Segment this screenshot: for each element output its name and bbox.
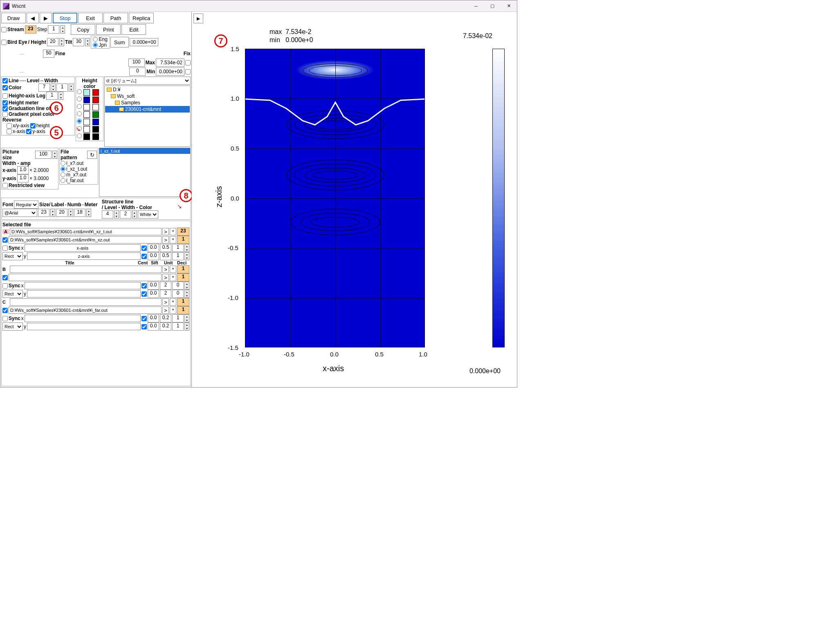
b2-star[interactable]: *: [170, 274, 176, 281]
file-a2-path[interactable]: [9, 236, 162, 243]
folder-tree[interactable]: D:¥ Ws_soft Samples 230601-cnt&mnt: [104, 86, 191, 147]
hlog-spin[interactable]: ▲▼: [58, 92, 63, 100]
a-y-unit[interactable]: 0.5: [160, 252, 171, 260]
rev-x-check[interactable]: x-axis: [7, 129, 25, 134]
sync-a-check[interactable]: Sync: [2, 245, 20, 251]
color-check[interactable]: Color: [2, 85, 21, 90]
c-y-cent[interactable]: [141, 324, 147, 329]
next-button[interactable]: ▶: [40, 13, 52, 23]
c-y-unit[interactable]: 0.2: [160, 322, 171, 331]
numb-size[interactable]: 20: [56, 209, 67, 217]
pat3-radio[interactable]: m_x?.out: [61, 172, 97, 178]
picsize-value[interactable]: 100: [35, 151, 52, 159]
edit-button[interactable]: Edit: [121, 24, 146, 35]
b-x-deci[interactable]: 0: [172, 282, 184, 290]
yamp-val[interactable]: 1.0: [17, 174, 29, 183]
minimize-button[interactable]: ─: [468, 0, 484, 12]
c-x-unit[interactable]: 0.2: [160, 314, 171, 322]
slv-spin[interactable]: ▲▼: [114, 210, 119, 219]
a-x-title[interactable]: [25, 244, 141, 252]
a-x-sift[interactable]: 0.0: [148, 244, 159, 252]
hlog-check[interactable]: Height-axis Log: [2, 93, 45, 99]
c-x-title[interactable]: [25, 315, 141, 322]
hlog-val[interactable]: 1: [46, 92, 58, 100]
rect-b-select[interactable]: Rect: [2, 290, 23, 298]
font-family-select[interactable]: @Arial: [2, 209, 37, 217]
sync-b-check[interactable]: Sync: [2, 283, 20, 289]
replica-button[interactable]: Replica: [129, 13, 154, 23]
rev-height-check[interactable]: height: [30, 123, 50, 129]
height-spinner[interactable]: ▲▼: [59, 38, 64, 46]
line-check[interactable]: Line: [2, 78, 19, 83]
rect-c-select[interactable]: Rect: [2, 322, 23, 331]
step-value[interactable]: 1: [48, 25, 59, 34]
exit-button[interactable]: Exit: [78, 13, 103, 23]
b2-gt[interactable]: >: [162, 274, 169, 281]
refresh-button[interactable]: ↻: [87, 151, 97, 159]
eng-radio[interactable]: Eng: [93, 36, 107, 42]
b-x-cent[interactable]: [141, 283, 147, 289]
b-y-title[interactable]: [27, 290, 141, 298]
label-size[interactable]: 23: [38, 209, 49, 217]
a-y-spin[interactable]: ▲▼: [184, 252, 189, 260]
sum-button[interactable]: Sum: [110, 37, 129, 47]
meter-spin[interactable]: ▲▼: [86, 209, 91, 217]
label-spin[interactable]: ▲▼: [50, 209, 55, 217]
a-y-title[interactable]: [27, 253, 141, 260]
b2-check[interactable]: [2, 275, 8, 280]
b-x-title[interactable]: [25, 282, 141, 289]
b-x-unit[interactable]: 2: [160, 282, 171, 290]
prev-button[interactable]: ◀: [27, 13, 39, 23]
c2-star[interactable]: *: [170, 307, 176, 314]
c-star[interactable]: *: [170, 298, 176, 306]
path-button[interactable]: Path: [103, 13, 128, 23]
c-gt[interactable]: >: [162, 298, 169, 306]
b-gt[interactable]: >: [162, 266, 169, 273]
color-width[interactable]: 1: [56, 83, 68, 92]
draw-button[interactable]: Draw: [1, 13, 26, 23]
min-fix-check[interactable]: [185, 69, 191, 74]
c-y-deci[interactable]: 1: [172, 322, 184, 331]
a-x-unit[interactable]: 0.5: [160, 244, 171, 252]
gradpix-check[interactable]: Gradient pixel color: [2, 111, 55, 117]
a-y-sift[interactable]: 0.0: [148, 252, 159, 260]
a-y-deci[interactable]: 1: [172, 252, 184, 260]
c2-check[interactable]: [2, 308, 8, 313]
max-fix-check[interactable]: [185, 60, 191, 65]
zero-value[interactable]: 0: [129, 68, 146, 76]
xy-check[interactable]: x/y-axis: [7, 123, 29, 129]
rect-a-select[interactable]: Rect: [2, 252, 23, 260]
fine-value[interactable]: 50: [43, 50, 54, 58]
a2-star[interactable]: *: [170, 236, 176, 243]
copy-button[interactable]: Copy: [71, 24, 95, 35]
color-level-spin[interactable]: ▲▼: [51, 83, 56, 92]
c-x-sift[interactable]: 0.0: [148, 314, 159, 322]
font-weight-select[interactable]: Regular: [14, 201, 38, 209]
a-star[interactable]: *: [170, 228, 176, 235]
color-grid[interactable]: [77, 89, 102, 140]
a-x-cent[interactable]: [141, 246, 147, 251]
stream-value[interactable]: 23: [25, 25, 36, 34]
b-x-spin[interactable]: ▲▼: [184, 282, 189, 290]
struct-color-select[interactable]: White: [138, 210, 158, 219]
c-x-deci[interactable]: 1: [172, 314, 184, 322]
c-x-spin[interactable]: ▲▼: [184, 314, 189, 322]
maximize-button[interactable]: ▢: [484, 0, 501, 12]
file-b-path[interactable]: [10, 266, 162, 273]
a-y-cent[interactable]: [141, 254, 147, 259]
play-button[interactable]: ▶: [193, 14, 203, 23]
pat1-radio[interactable]: i_x?.out: [61, 160, 97, 166]
c2-gt[interactable]: >: [162, 307, 169, 314]
hmeter-check[interactable]: Height meter: [2, 100, 38, 106]
pat2-radio[interactable]: i_xz_t.out: [61, 166, 97, 172]
xamp-val[interactable]: 1.0: [17, 166, 29, 174]
a-x-spin[interactable]: ▲▼: [184, 244, 189, 252]
numb-spin[interactable]: ▲▼: [68, 209, 73, 217]
a2-check[interactable]: [2, 237, 8, 243]
color-width-spin[interactable]: ▲▼: [69, 83, 74, 92]
birdeye-check[interactable]: Bird Eye: [1, 39, 27, 45]
struct-level[interactable]: 4: [102, 210, 113, 219]
max-value[interactable]: 7.534e-02: [156, 59, 184, 67]
file-c2-path[interactable]: [9, 307, 162, 314]
a-gt[interactable]: >: [162, 228, 169, 235]
